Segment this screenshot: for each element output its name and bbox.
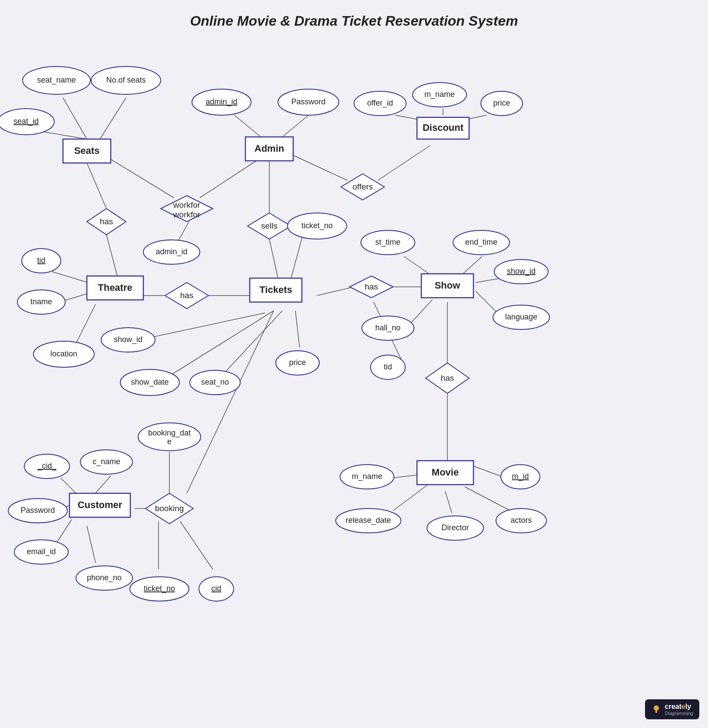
creately-logo: creately Diagramming <box>645 699 699 719</box>
svg-line-46 <box>87 526 96 563</box>
svg-line-34 <box>295 311 300 348</box>
attr-m-name-mv-label: m_name <box>352 472 382 481</box>
attr-m-id-label: m_id <box>512 472 529 481</box>
svg-line-19 <box>378 146 430 180</box>
attr-language-label: language <box>505 312 537 321</box>
entity-customer-label: Customer <box>78 499 122 510</box>
svg-line-27 <box>460 256 482 276</box>
svg-line-50 <box>445 491 452 513</box>
rel-has2-label: has <box>180 291 194 300</box>
er-diagram: has workfor workfor has sells offers has… <box>0 0 708 728</box>
attr-ticket-no-bk-label: ticket_no <box>144 584 175 593</box>
attr-actors-label: actors <box>510 516 532 525</box>
attr-hall-no-label: hall_no <box>375 323 400 332</box>
attr-show-id-sh-label: show_id <box>507 267 536 276</box>
attr-password-admin-label: Password <box>291 97 325 106</box>
svg-line-9 <box>200 161 256 198</box>
rel-sells-label: sells <box>261 221 278 230</box>
attr-st-time-label: st_time <box>375 238 400 247</box>
rel-offers-label: offers <box>352 182 373 191</box>
attr-admin-id-rel-label: admin_id <box>155 247 187 256</box>
svg-line-18 <box>291 154 347 180</box>
svg-line-3 <box>87 163 106 209</box>
svg-line-41 <box>180 522 213 569</box>
logo-text: creately Diagramming <box>665 703 693 716</box>
svg-line-15 <box>282 115 308 137</box>
entity-discount-label: Discount <box>423 122 464 133</box>
attr-password-cust-label: Password <box>20 506 55 515</box>
attr-c-name-label: c_name <box>93 457 120 466</box>
attr-seat-id-label: seat_id <box>13 117 39 126</box>
attr-cid-bk-label: cid <box>211 584 221 593</box>
attr-admin-id-top-label: admin_id <box>205 97 237 106</box>
attr-cid-label: _cid_ <box>37 462 56 471</box>
svg-line-14 <box>235 115 261 137</box>
attr-booking-date-label2: e <box>167 437 172 446</box>
attr-director-label: Director <box>441 523 469 532</box>
svg-line-2 <box>100 98 126 139</box>
attr-seat-no-label: seat_no <box>201 378 229 387</box>
entity-show-label: Show <box>435 280 461 291</box>
svg-line-24 <box>317 287 354 296</box>
svg-rect-53 <box>655 711 657 713</box>
svg-line-26 <box>404 256 432 276</box>
attr-location-label: location <box>50 349 77 358</box>
attr-tname-label: tname <box>30 297 52 306</box>
rel-booking-label: booking <box>155 504 184 513</box>
attr-no-of-seats-label: No.of seats <box>106 76 146 84</box>
attr-email-id-label: email_id <box>26 547 56 556</box>
attr-tid-show-label: tid <box>384 362 392 371</box>
entity-seats-label: Seats <box>74 145 100 156</box>
rel-has4-label: has <box>441 373 454 382</box>
svg-line-28 <box>476 278 502 283</box>
attr-ticket-no-top-label: ticket_no <box>301 221 333 230</box>
rel-has3-label: has <box>365 282 378 291</box>
svg-point-52 <box>654 705 659 711</box>
svg-line-7 <box>76 304 96 343</box>
svg-line-51 <box>465 487 510 511</box>
attr-price-disc-label: price <box>493 99 510 107</box>
svg-line-13 <box>143 313 265 339</box>
attr-show-id-th-label: show_id <box>114 335 142 344</box>
attr-price-tick-label: price <box>289 358 306 367</box>
attr-show-date-label: show_date <box>131 378 169 387</box>
entity-theatre-label: Theatre <box>98 282 132 293</box>
svg-line-10 <box>178 222 189 241</box>
svg-line-49 <box>393 485 428 511</box>
rel-has1-label: has <box>100 217 113 226</box>
entity-movie-label: Movie <box>432 467 459 478</box>
attr-booking-date-label1: booking_dat <box>148 429 191 438</box>
attr-release-date-label: release_date <box>346 516 391 525</box>
svg-line-43 <box>93 476 111 495</box>
rel-workfor-label2: workfor <box>173 210 201 219</box>
attr-tid-th-label: tid <box>37 256 45 265</box>
entity-admin-label: Admin <box>255 143 284 154</box>
attr-phone-no-label: phone_no <box>87 573 122 582</box>
svg-line-17 <box>269 239 278 278</box>
svg-line-4 <box>106 235 117 276</box>
attr-seat-name-label: seat_name <box>37 76 76 85</box>
svg-line-0 <box>63 98 87 139</box>
bulb-icon <box>651 704 662 715</box>
diagram-container: Online Movie & Drama Ticket Reservation … <box>0 0 708 728</box>
rel-workfor-label: workfor <box>173 200 201 209</box>
attr-m-name-disc-label: m_name <box>424 90 455 99</box>
attr-end-time-label: end_time <box>465 238 497 247</box>
entity-tickets-label: Tickets <box>259 284 292 295</box>
attr-offer-id-label: offer_id <box>367 99 393 108</box>
